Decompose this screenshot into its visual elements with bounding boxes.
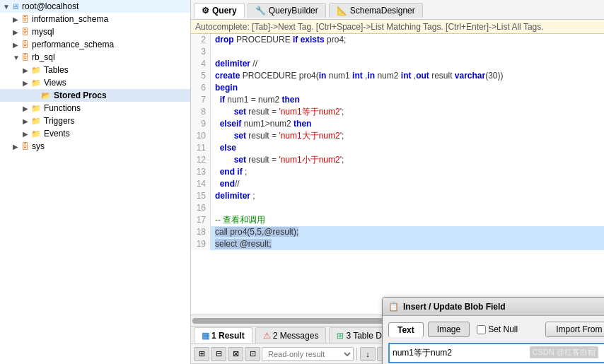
database-tree[interactable]: ▼🖥root@localhost▶🗄information_schema▶🗄my… [0, 0, 191, 364]
line-content-14[interactable]: end// [211, 178, 240, 190]
top-tab-label-query: Query [212, 6, 237, 16]
top-tab-query[interactable]: ⚙Query [194, 3, 245, 18]
line-number-6: 6 [191, 82, 211, 94]
top-tab-schemadesigner[interactable]: 📐SchemaDesigner [329, 3, 423, 18]
toolbar-btn-2[interactable]: ⊟ [211, 347, 226, 361]
code-line-16: 16 [191, 202, 604, 214]
tree-item-triggers[interactable]: ▶📁Triggers [0, 115, 190, 127]
line-number-2: 2 [191, 34, 211, 46]
top-tab-icon-query: ⚙ [202, 6, 209, 16]
tree-item-stored_procs[interactable]: 📂Stored Procs [0, 89, 190, 102]
tree-expand-rb_sql[interactable]: ▼ [13, 54, 20, 61]
code-line-2: 2drop PROCEDURE if exists pro4; [191, 34, 604, 46]
code-line-11: 11 else [191, 142, 604, 154]
dialog-title: Insert / Update Blob Field [403, 302, 604, 312]
code-line-9: 9 elseif num1>num2 then [191, 118, 604, 130]
tree-icon-views: 📁 [31, 78, 41, 88]
tree-expand-sys[interactable]: ▶ [13, 143, 20, 151]
line-number-16: 16 [191, 202, 211, 214]
tree-item-events[interactable]: ▶📁Events [0, 127, 190, 140]
tree-expand-events[interactable]: ▶ [23, 130, 30, 138]
code-line-6: 6begin [191, 82, 604, 94]
line-number-5: 5 [191, 70, 211, 82]
code-line-17: 17-- 查看和调用 [191, 214, 604, 226]
set-null-checkbox[interactable] [477, 325, 486, 334]
tree-item-tables[interactable]: ▶📁Tables [0, 64, 190, 76]
tree-icon-root: 🖥 [11, 2, 19, 11]
code-line-4: 4delimiter // [191, 58, 604, 70]
line-content-15[interactable]: delimiter ; [211, 190, 255, 202]
import-from-file-button[interactable]: Import From File... [545, 322, 604, 337]
code-line-10: 10 set result = 'num1大于num2'; [191, 130, 604, 142]
line-number-3: 3 [191, 46, 211, 58]
tree-item-perf_schema[interactable]: ▶🗄performance_schema [0, 38, 190, 51]
code-editor[interactable]: 2drop PROCEDURE if exists pro4;34delimit… [191, 34, 604, 315]
line-number-12: 12 [191, 154, 211, 166]
tree-expand-views[interactable]: ▶ [23, 79, 30, 87]
tree-icon-perf_schema: 🗄 [21, 40, 29, 49]
dialog-tab-text[interactable]: Text [388, 322, 424, 337]
toolbar-btn-3[interactable]: ⊠ [228, 347, 243, 361]
tree-item-mysql[interactable]: ▶🗄mysql [0, 25, 190, 38]
tree-item-info_schema[interactable]: ▶🗄information_schema [0, 13, 190, 25]
tree-item-sys[interactable]: ▶🗄sys [0, 140, 190, 153]
tree-icon-rb_sql: 🗄 [21, 53, 29, 61]
line-content-11[interactable]: else [211, 142, 236, 154]
bottom-tab-label-result: 1 Result [211, 331, 245, 341]
tree-label-info_schema: information_schema [32, 14, 108, 24]
code-line-13: 13 end if ; [191, 166, 604, 178]
code-line-5: 5create PROCEDURE pro4(in num1 int ,in n… [191, 70, 604, 82]
tree-expand-tables[interactable]: ▶ [23, 66, 30, 74]
code-line-14: 14 end// [191, 178, 604, 190]
line-content-6[interactable]: begin [211, 82, 238, 94]
tree-item-root[interactable]: ▼🖥root@localhost [0, 0, 190, 13]
line-content-13[interactable]: end if ; [211, 166, 247, 178]
tree-expand-info_schema[interactable]: ▶ [13, 16, 20, 23]
blob-content-text: num1等于num2 [393, 348, 452, 358]
line-content-19[interactable]: select @result; [211, 238, 272, 250]
line-content-10[interactable]: set result = 'num1大于num2'; [211, 130, 344, 142]
line-content-8[interactable]: set result = 'num1等于num2'; [211, 106, 344, 118]
bottom-tab-result[interactable]: ▦1 Result [194, 327, 252, 343]
bottom-tab-label-messages: 2 Messages [273, 331, 319, 341]
tree-item-views[interactable]: ▶📁Views [0, 76, 190, 89]
tree-expand-perf_schema[interactable]: ▶ [13, 41, 20, 49]
tree-expand-functions[interactable]: ▶ [23, 105, 30, 112]
dialog-tab-image[interactable]: Image [428, 322, 470, 337]
tree-label-root: root@localhost [22, 1, 79, 11]
line-number-8: 8 [191, 106, 211, 118]
tree-expand-triggers[interactable]: ▶ [23, 117, 30, 125]
tree-expand-root[interactable]: ▼ [3, 3, 10, 11]
dialog-actions: Text Image Set Null Import From File... … [388, 322, 604, 337]
top-tab-querybuilder[interactable]: 🔧QueryBuilder [248, 3, 326, 18]
tree-icon-info_schema: 🗄 [21, 15, 29, 23]
tree-label-functions: Functions [44, 103, 81, 113]
line-content-2[interactable]: drop PROCEDURE if exists pro4; [211, 34, 346, 46]
tree-icon-mysql: 🗄 [21, 28, 29, 36]
set-null-checkbox-label: Set Null [477, 324, 518, 334]
tree-label-perf_schema: performance_schema [32, 40, 114, 49]
tree-item-rb_sql[interactable]: ▼🗄rb_sql [0, 51, 190, 64]
toolbar-btn-4[interactable]: ⊡ [245, 347, 260, 361]
line-content-17[interactable]: -- 查看和调用 [211, 214, 265, 226]
bottom-tab-messages[interactable]: ⚠2 Messages [255, 327, 327, 343]
dialog-titlebar: 📋 Insert / Update Blob Field ✕ [383, 298, 604, 316]
right-panel: ⚙Query🔧QueryBuilder📐SchemaDesigner Autoc… [191, 0, 604, 364]
tree-expand-mysql[interactable]: ▶ [13, 28, 20, 36]
tree-icon-events: 📁 [31, 129, 41, 139]
blob-content-area[interactable]: num1等于num2 [388, 343, 604, 363]
line-content-5[interactable]: create PROCEDURE pro4(in num1 int ,in nu… [211, 70, 504, 82]
line-number-9: 9 [191, 118, 211, 130]
result-mode-select[interactable]: Read-only result [262, 347, 354, 361]
line-content-18[interactable]: call pro4(5,5,@result); [211, 226, 298, 238]
line-content-12[interactable]: set result = 'num1小于num2'; [211, 154, 344, 166]
line-content-4[interactable]: delimiter // [211, 58, 257, 70]
line-number-13: 13 [191, 166, 211, 178]
line-content-9[interactable]: elseif num1>num2 then [211, 118, 311, 130]
line-content-7[interactable]: if num1 = num2 then [211, 94, 300, 106]
line-number-10: 10 [191, 130, 211, 142]
tree-item-functions[interactable]: ▶📁Functions [0, 102, 190, 115]
toolbar-btn-5[interactable]: ↓ [360, 347, 376, 361]
toolbar-btn-1[interactable]: ⊞ [194, 347, 209, 361]
bottom-tab-icon-messages: ⚠ [263, 331, 271, 341]
